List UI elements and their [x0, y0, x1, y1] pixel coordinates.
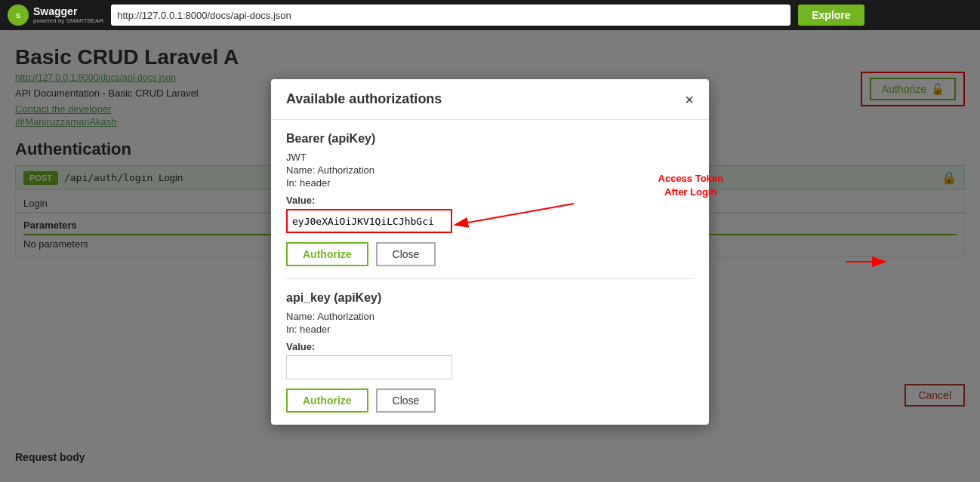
swagger-circle-icon: S — [8, 5, 29, 26]
api-key-section: api_key (apiKey) Name: Authorization In:… — [286, 291, 694, 413]
api-key-value-label: Value: — [286, 341, 694, 352]
api-key-name-value: Authorization — [317, 311, 374, 322]
url-text: http://127.0.0.1:8000/docs/api-docs.json — [117, 10, 291, 21]
api-key-name-label: Name: — [286, 311, 315, 322]
modal-title: Available authorizations — [286, 91, 442, 107]
modal-body: Bearer (apiKey) JWT Name: Authorization … — [271, 120, 709, 425]
bearer-section: Bearer (apiKey) JWT Name: Authorization … — [286, 132, 694, 279]
access-token-line1: Access Token — [658, 173, 723, 184]
bearer-close-button[interactable]: Close — [376, 242, 436, 266]
bearer-name-label: Name: — [286, 164, 315, 176]
api-key-title: api_key (apiKey) — [286, 291, 694, 305]
bearer-in-label: In: — [286, 177, 297, 189]
url-bar[interactable]: http://127.0.0.1:8000/docs/api-docs.json — [111, 5, 790, 26]
modal-close-button[interactable]: × — [685, 92, 694, 107]
bearer-name-value: Authorization — [317, 164, 374, 176]
topbar: S Swagger powered by SMARTBEAR http://12… — [0, 0, 980, 30]
modal-header: Available authorizations × — [271, 79, 709, 120]
swagger-logo: S Swagger powered by SMARTBEAR — [8, 5, 103, 26]
bearer-in-row: In: header — [286, 177, 694, 189]
svg-text:S: S — [16, 12, 20, 20]
swagger-name: Swagger — [33, 6, 103, 17]
api-key-close-button[interactable]: Close — [376, 388, 436, 413]
api-key-name-row: Name: Authorization — [286, 311, 694, 322]
api-key-in-label: In: — [286, 324, 297, 335]
bearer-value-label: Value: — [286, 195, 694, 206]
explore-button[interactable]: Explore — [798, 5, 864, 26]
main-content: Basic CRUD Laravel A http://127.0.0.1:80… — [0, 30, 980, 482]
bearer-type: JWT — [286, 152, 694, 163]
api-key-in-value: header — [300, 324, 330, 335]
api-key-authorize-button[interactable]: Authorize — [286, 388, 368, 413]
bearer-buttons: Authorize Close — [286, 242, 694, 266]
bearer-value-input[interactable] — [286, 209, 452, 233]
bearer-authorize-button[interactable]: Authorize — [286, 242, 368, 266]
api-key-buttons: Authorize Close — [286, 388, 694, 413]
bearer-name-row: Name: Authorization — [286, 164, 694, 176]
available-authorizations-modal: Available authorizations × Bearer (apiKe… — [271, 79, 709, 425]
access-token-line2: After Login — [664, 186, 717, 198]
swagger-brand: Swagger powered by SMARTBEAR — [33, 6, 103, 24]
access-token-annotation: Access Token After Login — [658, 172, 723, 199]
bearer-in-value: header — [300, 177, 330, 189]
api-key-in-row: In: header — [286, 324, 694, 335]
bearer-title: Bearer (apiKey) — [286, 132, 694, 146]
api-key-value-input[interactable] — [286, 355, 452, 379]
swagger-powered: powered by SMARTBEAR — [33, 17, 103, 24]
